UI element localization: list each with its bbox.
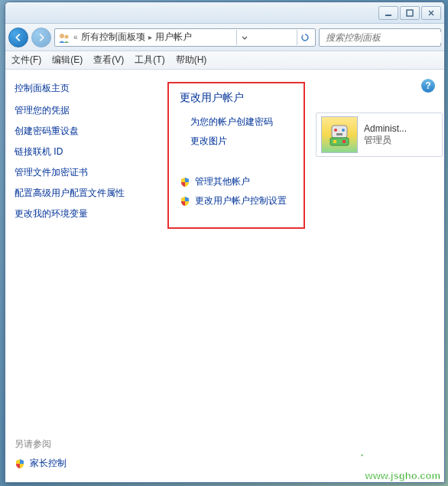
breadcrumb-seg-1[interactable]: 所有控制面板项 [81,31,145,44]
user-name: Administ... [364,123,407,134]
sidebar-link-credentials[interactable]: 管理您的凭据 [15,104,149,117]
help-icon[interactable]: ? [421,79,435,93]
watermark: 技术员联盟 www.jsgho.com [330,444,440,481]
content-area: 控制面板主页 管理您的凭据 创建密码重设盘 链接联机 ID 管理文件加密证书 配… [5,70,444,482]
search-box[interactable] [319,28,441,47]
sidebar-link-reset-disk[interactable]: 创建密码重设盘 [15,125,149,138]
refresh-button[interactable] [297,30,312,45]
shield-icon [180,196,190,207]
svg-rect-1 [407,10,413,16]
svg-point-6 [334,129,337,132]
svg-rect-0 [385,15,391,16]
menu-help[interactable]: 帮助(H) [176,54,207,67]
nav-back-button[interactable] [8,28,28,47]
breadcrumb-prefix: « [73,33,78,41]
parental-controls-link[interactable]: 家长控制 [15,457,67,470]
svg-point-2 [60,34,64,38]
user-info: Administ... 管理员 [364,123,407,147]
titlebar [5,2,444,24]
svg-rect-9 [330,138,349,145]
search-input[interactable] [326,32,441,43]
maximize-button[interactable] [400,6,420,20]
create-password-link[interactable]: 为您的帐户创建密码 [190,116,293,129]
change-uac-label: 更改用户帐户控制设置 [195,194,287,207]
svg-point-7 [342,129,345,132]
address-dropdown-button[interactable] [236,30,252,45]
menubar: 文件(F) 编辑(E) 查看(V) 工具(T) 帮助(H) [5,51,444,70]
minimize-button[interactable] [378,6,398,20]
close-button[interactable] [421,6,441,20]
svg-rect-11 [342,140,346,143]
shield-icon [180,177,190,188]
svg-rect-8 [336,133,342,135]
menu-file[interactable]: 文件(F) [11,54,41,67]
main-panel: ? 更改用户帐户 为您的帐户创建密码 更改图片 管理其他帐户 更改用户帐户控制设… [158,70,444,482]
nav-forward-button[interactable] [31,28,51,47]
control-panel-window: « 所有控制面板项 ▸ 用户帐户 文件(F) 编辑(E) 查看(V) 工具(T)… [5,2,445,483]
change-picture-link[interactable]: 更改图片 [190,135,293,148]
manage-other-accounts-link[interactable]: 管理其他帐户 [180,175,293,188]
user-role: 管理员 [364,134,407,147]
main-title: 更改用户帐户 [180,91,293,105]
watermark-text: 技术员联盟 [330,444,440,473]
sidebar-link-profile[interactable]: 配置高级用户配置文件属性 [15,187,149,200]
user-tile[interactable]: Administ... 管理员 [316,113,443,157]
parental-controls-label: 家长控制 [30,457,67,470]
menu-edit[interactable]: 编辑(E) [52,54,83,67]
change-uac-link[interactable]: 更改用户帐户控制设置 [180,194,293,207]
sidebar-link-env-vars[interactable]: 更改我的环境变量 [15,207,149,220]
svg-rect-5 [332,126,347,138]
sidebar-link-certificates[interactable]: 管理文件加密证书 [15,166,149,179]
sidebar: 控制面板主页 管理您的凭据 创建密码重设盘 链接联机 ID 管理文件加密证书 配… [5,70,158,482]
navbar: « 所有控制面板项 ▸ 用户帐户 [5,24,444,51]
manage-other-accounts-label: 管理其他帐户 [195,175,250,188]
sidebar-link-online-id[interactable]: 链接联机 ID [15,145,149,158]
see-also-label: 另请参阅 [15,438,67,451]
user-accounts-icon [58,31,70,44]
breadcrumb-chevron-icon: ▸ [148,33,152,41]
sidebar-title[interactable]: 控制面板主页 [15,82,149,95]
sidebar-footer: 另请参阅 家长控制 [15,438,67,470]
svg-rect-10 [333,140,336,143]
highlighted-region: 更改用户帐户 为您的帐户创建密码 更改图片 管理其他帐户 更改用户帐户控制设置 [167,82,305,229]
user-avatar [321,116,358,153]
shield-icon [15,458,25,469]
menu-tools[interactable]: 工具(T) [135,54,164,67]
address-bar[interactable]: « 所有控制面板项 ▸ 用户帐户 [54,28,316,47]
breadcrumb-seg-2[interactable]: 用户帐户 [155,31,192,44]
svg-point-3 [65,34,69,38]
menu-view[interactable]: 查看(V) [93,54,124,67]
